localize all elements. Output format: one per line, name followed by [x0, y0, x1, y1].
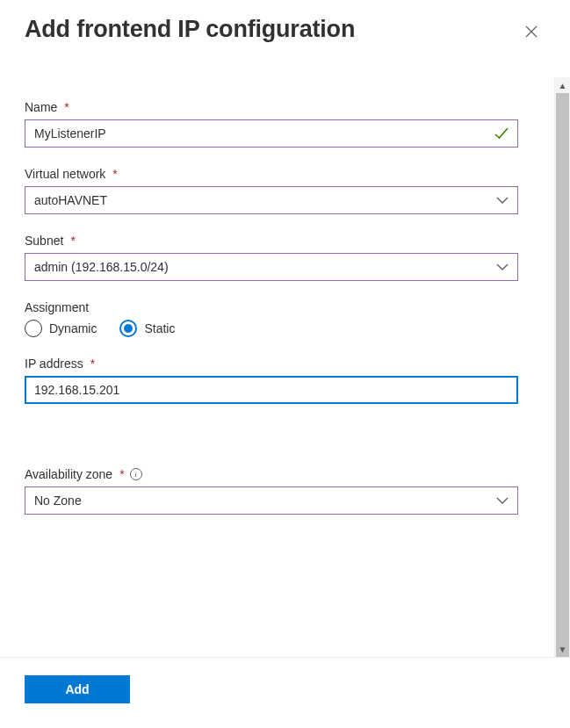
radio-label-dynamic: Dynamic — [49, 321, 97, 335]
subnet-label: Subnet* — [25, 234, 525, 248]
add-button[interactable]: Add — [25, 675, 130, 703]
assignment-radio-group: Dynamic Static — [25, 320, 525, 337]
panel-header: Add frontend IP configuration — [0, 0, 570, 47]
ip-address-label: IP address* — [25, 357, 525, 371]
ip-address-label-text: IP address — [25, 357, 83, 371]
form-scroll-area: Name* Virtual network* autoHAVNET — [0, 77, 570, 657]
availability-zone-label-text: Availability zone — [25, 467, 112, 481]
virtual-network-label: Virtual network* — [25, 167, 525, 181]
radio-icon — [25, 320, 42, 337]
name-input[interactable] — [25, 119, 518, 148]
subnet-value: admin (192.168.15.0/24) — [34, 260, 169, 274]
subnet-select[interactable]: admin (192.168.15.0/24) — [25, 253, 518, 281]
virtual-network-label-text: Virtual network — [25, 167, 105, 181]
required-indicator: * — [64, 100, 69, 114]
radio-label-static: Static — [144, 321, 175, 335]
availability-zone-select-wrap: No Zone — [25, 487, 518, 515]
scrollbar-thumb[interactable] — [556, 93, 569, 657]
virtual-network-value: autoHAVNET — [34, 193, 107, 207]
availability-zone-field-group: Availability zone* i No Zone — [25, 467, 525, 515]
assignment-radio-dynamic[interactable]: Dynamic — [25, 320, 97, 337]
panel-title: Add frontend IP configuration — [25, 16, 355, 43]
scroll-up-arrow-icon: ▲ — [555, 77, 570, 93]
name-label: Name* — [25, 100, 525, 114]
required-indicator: * — [119, 467, 124, 481]
name-label-text: Name — [25, 100, 57, 114]
radio-icon — [119, 320, 137, 337]
assignment-field-group: Assignment Dynamic Static — [25, 300, 525, 337]
availability-zone-value: No Zone — [34, 494, 82, 508]
availability-zone-select[interactable]: No Zone — [25, 487, 518, 515]
add-frontend-ip-panel: Add frontend IP configuration Name* — [0, 0, 570, 728]
ip-address-input[interactable] — [25, 376, 518, 404]
form-content: Name* Virtual network* autoHAVNET — [0, 77, 525, 515]
availability-zone-label: Availability zone* i — [25, 467, 525, 481]
subnet-field-group: Subnet* admin (192.168.15.0/24) — [25, 234, 525, 281]
close-icon — [524, 25, 538, 42]
panel-footer: Add — [0, 657, 570, 728]
required-indicator: * — [90, 357, 95, 371]
virtual-network-select-wrap: autoHAVNET — [25, 186, 518, 214]
required-indicator: * — [70, 234, 75, 248]
scroll-down-arrow-icon: ▼ — [555, 641, 570, 657]
subnet-label-text: Subnet — [25, 234, 63, 248]
name-input-wrap — [25, 119, 518, 148]
required-indicator: * — [112, 167, 117, 181]
virtual-network-field-group: Virtual network* autoHAVNET — [25, 167, 525, 214]
name-field-group: Name* — [25, 100, 525, 148]
close-button[interactable] — [517, 19, 545, 47]
assignment-label-text: Assignment — [25, 300, 89, 314]
ip-address-field-group: IP address* — [25, 357, 525, 404]
ip-address-input-wrap — [25, 376, 518, 404]
assignment-label: Assignment — [25, 300, 525, 314]
subnet-select-wrap: admin (192.168.15.0/24) — [25, 253, 518, 281]
info-icon[interactable]: i — [130, 468, 142, 480]
vertical-scrollbar[interactable]: ▲ ▼ — [554, 77, 570, 657]
virtual-network-select[interactable]: autoHAVNET — [25, 186, 518, 214]
assignment-radio-static[interactable]: Static — [119, 320, 175, 337]
